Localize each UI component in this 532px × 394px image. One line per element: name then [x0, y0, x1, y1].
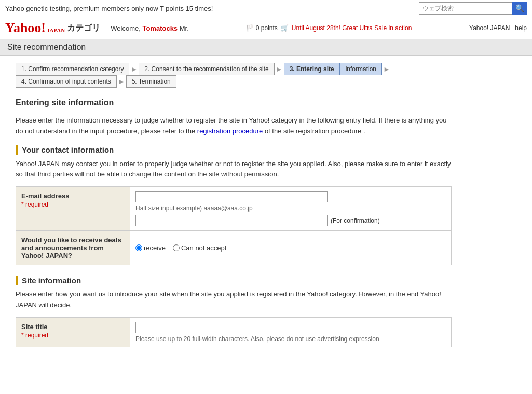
- arrow-3: ►: [383, 65, 390, 73]
- deals-radio-group: receive Can not accept: [135, 244, 446, 252]
- email-confirm-input[interactable]: [135, 215, 328, 226]
- site-section-bar: [16, 276, 18, 285]
- contact-section-title: Your contact information: [16, 145, 452, 155]
- step3b-box: information: [340, 63, 382, 75]
- email-hint: Half size input example) aaaaa@aaa.co.jp: [135, 205, 446, 212]
- logo-area: Yahoo!JAPAN カテゴリ Welcome, Tomatocks Mr.: [5, 20, 189, 36]
- email-label-cell: E-mail address * required: [16, 187, 130, 231]
- email-field-name: E-mail address: [21, 192, 125, 200]
- top-bar: Yahoo genetic testing, premium members o…: [0, 0, 532, 17]
- section-title: Entering site information: [16, 98, 452, 110]
- site-title-row: Site title * required Please use up to 2…: [16, 317, 452, 347]
- search-button[interactable]: 🔍: [512, 2, 527, 15]
- deals-row: Would you like to receive deals and anno…: [16, 231, 452, 265]
- email-confirm-row: (For confirmation): [135, 215, 446, 226]
- site-section-desc: Please enter how you want us to introduc…: [16, 289, 452, 311]
- site-title-label-cell: Site title * required: [16, 317, 130, 347]
- arrow-2: ►: [276, 65, 283, 73]
- welcome-text: Welcome, Tomatocks Mr.: [111, 24, 189, 32]
- receive-label[interactable]: receive: [135, 244, 166, 252]
- step-3b: information ►: [340, 63, 391, 75]
- cannot-accept-label[interactable]: Can not accept: [173, 244, 226, 252]
- step-5: 5. Termination: [126, 75, 176, 88]
- receive-radio[interactable]: [135, 244, 142, 251]
- step-2: 2. Consent to the recommendation of the …: [139, 63, 283, 75]
- step2-box: 2. Consent to the recommendation of the …: [139, 63, 274, 75]
- site-title-field-name: Site title: [21, 323, 125, 331]
- arrow-1: ►: [130, 65, 138, 73]
- email-confirm-label: (For confirmation): [331, 217, 380, 224]
- step1-box: 1. Confirm recommendation category: [16, 63, 129, 75]
- main-content: 1. Confirm recommendation category ► 2. …: [0, 56, 467, 365]
- yahoo-logo: Yahoo!JAPAN: [5, 20, 65, 36]
- help-link[interactable]: help: [515, 24, 527, 32]
- deals-field-name: Would you like to receive deals and anno…: [21, 236, 125, 260]
- search-area: 🔍: [419, 2, 527, 15]
- site-form-table: Site title * required Please use up to 2…: [16, 317, 452, 347]
- sale-link[interactable]: Until August 28th! Great Ultra Sale in a…: [292, 24, 412, 32]
- announcement-text: Yahoo genetic testing, premium members o…: [5, 5, 213, 12]
- site-title-input-cell: Please use up to 20 full-width character…: [130, 317, 452, 347]
- yahoo-japan-link[interactable]: Yahoo! JAPAN: [469, 24, 510, 32]
- contact-section-desc: Yahoo! JAPAN may contact you in order to…: [16, 159, 452, 181]
- search-input[interactable]: [419, 2, 512, 15]
- steps-breadcrumb: 1. Confirm recommendation category ► 2. …: [16, 63, 452, 88]
- email-input-cell: Half size input example) aaaaa@aaa.co.jp…: [130, 187, 452, 231]
- step3-box: 3. Entering site: [284, 63, 340, 75]
- step-1: 1. Confirm recommendation category ►: [16, 63, 139, 75]
- section-bar: [16, 145, 18, 155]
- points-area: 🏳️ 0 points 🛒 Until August 28th! Great U…: [246, 24, 412, 32]
- deals-input-cell: receive Can not accept: [130, 231, 452, 265]
- step-3: 3. Entering site: [284, 63, 340, 75]
- header-links: Yahoo! JAPAN help: [469, 24, 527, 32]
- category-label: カテゴリ: [67, 23, 100, 34]
- site-title-hint: Please use up to 20 full-width character…: [135, 335, 446, 343]
- cannot-radio[interactable]: [173, 244, 180, 251]
- deals-label-cell: Would you like to receive deals and anno…: [16, 231, 130, 265]
- email-input[interactable]: [135, 191, 328, 202]
- site-section-title: Site information: [16, 276, 452, 285]
- header: Yahoo!JAPAN カテゴリ Welcome, Tomatocks Mr. …: [0, 17, 532, 39]
- arrow-4: ►: [118, 77, 125, 86]
- step5-box: 5. Termination: [126, 75, 176, 88]
- email-required: * required: [21, 201, 125, 208]
- site-title-input[interactable]: [135, 322, 353, 333]
- email-row: E-mail address * required Half size inpu…: [16, 187, 452, 231]
- step-4: 4. Confirmation of input contents ►: [16, 75, 126, 88]
- site-title-required: * required: [21, 332, 125, 339]
- contact-form-table: E-mail address * required Half size inpu…: [16, 186, 452, 265]
- site-recommendation-header: Site recommendation: [0, 39, 532, 56]
- registration-link[interactable]: registration procedure: [197, 127, 263, 135]
- section-intro: Please enter the information necessary t…: [16, 115, 452, 137]
- step4-box: 4. Confirmation of input contents: [16, 75, 117, 88]
- yahoo-jp-label: JAPAN: [47, 27, 65, 33]
- points-badge: 🏳️ 0 points: [246, 24, 277, 32]
